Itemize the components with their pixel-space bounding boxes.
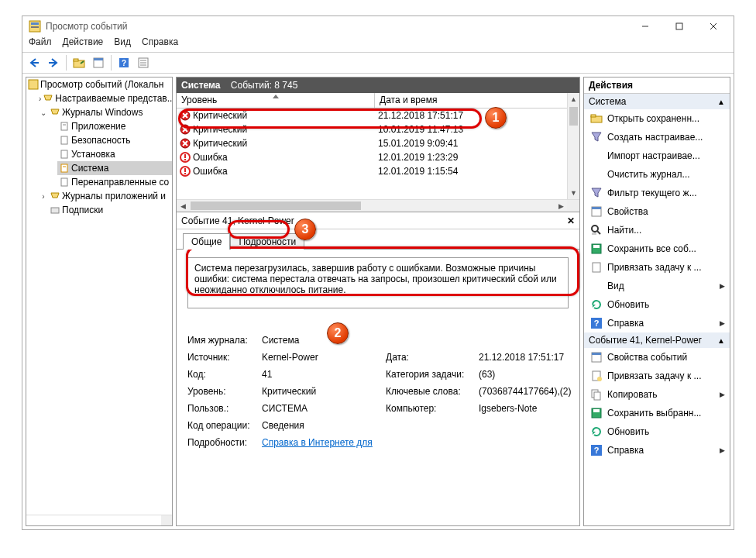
action-item[interactable]: Привязать задачу к ... bbox=[584, 367, 730, 385]
chevron-right-icon: ▶ bbox=[720, 446, 725, 454]
action-item[interactable]: Вид▶ bbox=[584, 277, 730, 295]
tree-app-logs[interactable]: ›Журналы приложений и bbox=[37, 189, 172, 203]
vscroll-thumb[interactable] bbox=[569, 107, 578, 126]
help-icon: ? bbox=[590, 317, 603, 329]
detail-close-button[interactable]: ✕ bbox=[567, 215, 575, 226]
event-row[interactable]: Ошибка12.01.2019 1:23:29 bbox=[177, 150, 579, 164]
toolbar-props-button[interactable] bbox=[90, 54, 107, 71]
svg-text:?: ? bbox=[594, 446, 600, 455]
col-level[interactable]: Уровень bbox=[177, 93, 375, 108]
tree-windows-logs[interactable]: ⌄Журналы Windows bbox=[37, 105, 172, 119]
center-header: Система Событий: 8 745 bbox=[177, 78, 579, 93]
close-button[interactable] bbox=[696, 16, 730, 36]
scroll-down-icon[interactable]: ▼ bbox=[568, 187, 579, 199]
tree-forwarded[interactable]: Перенаправленные со bbox=[57, 175, 172, 189]
titlebar: Просмотр событий bbox=[22, 16, 734, 36]
hscroll-thumb[interactable] bbox=[191, 202, 361, 210]
tree-system[interactable]: Система bbox=[57, 161, 172, 175]
grid-vscrollbar[interactable]: ▲ ▼ bbox=[567, 93, 579, 199]
menu-view[interactable]: Вид bbox=[114, 36, 131, 52]
svg-rect-44 bbox=[591, 115, 596, 117]
toolbar-help-button[interactable]: ? bbox=[115, 54, 132, 71]
menu-help[interactable]: Справка bbox=[142, 36, 178, 52]
toolbar-folder-button[interactable] bbox=[70, 54, 88, 71]
actions-section-system: Система ▲ bbox=[584, 94, 730, 109]
window: Просмотр событий Файл Действие Вид Справ… bbox=[22, 16, 734, 530]
svg-text:?: ? bbox=[122, 59, 126, 67]
action-item[interactable]: Обновить bbox=[584, 295, 730, 314]
svg-rect-10 bbox=[74, 59, 78, 61]
menu-file[interactable]: Файл bbox=[29, 36, 52, 52]
collapse-icon[interactable]: ▲ bbox=[717, 336, 725, 345]
action-item[interactable]: Открыть сохраненн... bbox=[584, 109, 730, 128]
scroll-up-icon[interactable]: ▲ bbox=[568, 93, 579, 105]
folder-icon bbox=[590, 112, 603, 125]
val-date: 21.12.2018 17:51:17 bbox=[479, 352, 579, 363]
event-row[interactable]: Ошибка12.01.2019 1:15:54 bbox=[177, 164, 579, 178]
scroll-right-icon[interactable]: ▶ bbox=[555, 200, 567, 212]
detail-title: Событие 41, Kernel-Power bbox=[181, 215, 294, 226]
action-item[interactable]: Сохранить все соб... bbox=[584, 239, 730, 258]
tree-setup[interactable]: Установка bbox=[57, 147, 172, 161]
action-item[interactable]: Свойства bbox=[584, 202, 730, 221]
action-item[interactable]: Создать настраивае... bbox=[584, 128, 730, 146]
scroll-left-icon[interactable]: ◀ bbox=[177, 200, 189, 212]
action-item[interactable]: Обновить bbox=[584, 422, 730, 441]
menubar: Файл Действие Вид Справка bbox=[22, 36, 734, 52]
toolbar-list-button[interactable] bbox=[135, 54, 152, 71]
tab-general[interactable]: Общие bbox=[183, 233, 230, 250]
nav-tree[interactable]: Просмотр событий (Локальн ›Настраиваемые… bbox=[26, 77, 173, 526]
event-row[interactable]: Критический15.01.2019 9:09:41 bbox=[177, 136, 579, 150]
svg-text:?: ? bbox=[594, 319, 600, 328]
detail-header: Событие 41, Kernel-Power ✕ bbox=[177, 212, 579, 229]
grid-body[interactable]: Критический21.12.2018 17:51:17Критически… bbox=[177, 108, 579, 199]
lbl-src: Источник: bbox=[187, 352, 262, 363]
action-item[interactable]: Свойства событий bbox=[584, 348, 730, 367]
action-item[interactable]: Копировать▶ bbox=[584, 385, 730, 404]
collapse-icon[interactable]: ▲ bbox=[717, 98, 725, 106]
svg-rect-2 bbox=[31, 26, 39, 28]
tab-details[interactable]: Подробности bbox=[230, 233, 304, 250]
val-cat: (63) bbox=[479, 369, 579, 380]
detail-content: Система перезагрузилась, завершив работу… bbox=[177, 250, 579, 525]
svg-rect-41 bbox=[184, 168, 186, 172]
action-item[interactable]: ?Справка▶ bbox=[584, 441, 730, 460]
svg-rect-27 bbox=[51, 208, 59, 213]
props-icon bbox=[590, 205, 603, 218]
action-item[interactable]: Фильтр текущего ж... bbox=[584, 184, 730, 202]
lbl-log: Имя журнала: bbox=[187, 335, 262, 346]
action-item[interactable]: Сохранить выбранн... bbox=[584, 404, 730, 422]
action-item[interactable]: Очистить журнал... bbox=[584, 165, 730, 184]
actions-pane: Действия Система ▲ Открыть сохраненн...С… bbox=[583, 77, 730, 526]
tree-root[interactable]: Просмотр событий (Локальн bbox=[26, 78, 172, 91]
val-kw: (70368744177664),(2) bbox=[479, 386, 579, 397]
tree-app[interactable]: Приложение bbox=[57, 119, 172, 133]
action-item[interactable]: Найти... bbox=[584, 221, 730, 239]
center-pane: Система Событий: 8 745 Уровень Дата и вр… bbox=[176, 77, 580, 526]
save-icon bbox=[590, 407, 603, 419]
col-date[interactable]: Дата и время bbox=[375, 93, 579, 108]
action-item[interactable]: ?Справка▶ bbox=[584, 314, 730, 332]
event-row[interactable]: Критический21.12.2018 17:51:17 bbox=[177, 108, 579, 122]
funnel-icon bbox=[590, 187, 603, 199]
svg-rect-51 bbox=[593, 245, 600, 248]
event-row[interactable]: Критический10.01.2019 11:47:13 bbox=[177, 122, 579, 136]
nav-back-button[interactable] bbox=[26, 54, 43, 71]
action-item[interactable]: Привязать задачу к ... bbox=[584, 258, 730, 277]
help-link[interactable]: Справка в Интернете для bbox=[262, 437, 579, 448]
maximize-button[interactable] bbox=[662, 16, 696, 36]
grid-hscrollbar[interactable]: ◀ ▶ bbox=[177, 199, 579, 212]
tree-custom-views[interactable]: ›Настраиваемые представ... bbox=[37, 91, 172, 105]
minimize-button[interactable] bbox=[628, 16, 662, 36]
tree-subscriptions[interactable]: Подписки bbox=[37, 203, 172, 217]
svg-point-58 bbox=[597, 377, 602, 381]
action-item[interactable]: Импорт настраивае... bbox=[584, 146, 730, 165]
event-properties: Имя журнала: Система Источник: Kernel-Po… bbox=[187, 335, 569, 448]
nav-fwd-button[interactable] bbox=[45, 54, 62, 71]
val-comp: Igsebers-Note bbox=[479, 403, 579, 414]
svg-rect-46 bbox=[592, 207, 601, 209]
svg-rect-20 bbox=[61, 122, 67, 130]
chevron-right-icon: ▶ bbox=[720, 391, 725, 398]
menu-action[interactable]: Действие bbox=[63, 36, 104, 52]
tree-security[interactable]: Безопасность bbox=[57, 133, 172, 147]
